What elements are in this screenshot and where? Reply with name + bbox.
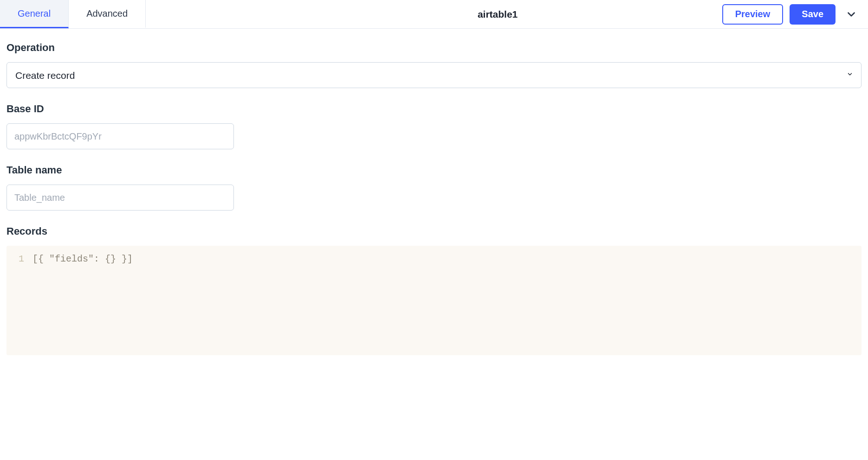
tab-general[interactable]: General: [0, 0, 69, 28]
table-name-label: Table name: [6, 164, 862, 176]
base-id-input[interactable]: [6, 123, 234, 149]
records-label: Records: [6, 225, 862, 237]
operation-label: Operation: [6, 42, 862, 54]
table-name-group: Table name: [6, 164, 862, 211]
records-group: Records 1 [{ "fields": {} }]: [6, 225, 862, 355]
tabs-container: General Advanced: [0, 0, 146, 28]
line-number: 1: [6, 252, 24, 266]
tab-advanced[interactable]: Advanced: [69, 0, 146, 28]
records-code-editor[interactable]: 1 [{ "fields": {} }]: [6, 246, 862, 355]
operation-group: Operation Create record: [6, 42, 862, 88]
spacer: [146, 0, 478, 28]
form-content: Operation Create record Base ID Table na…: [0, 29, 868, 362]
table-name-input[interactable]: [6, 185, 234, 211]
preview-button[interactable]: Preview: [722, 4, 784, 25]
operation-select[interactable]: Create record: [6, 62, 862, 88]
operation-select-wrap: Create record: [6, 62, 862, 88]
code-gutter: 1: [6, 252, 32, 349]
base-id-label: Base ID: [6, 103, 862, 115]
header-actions: Preview Save: [518, 0, 868, 28]
code-content[interactable]: [{ "fields": {} }]: [32, 252, 862, 349]
save-button[interactable]: Save: [790, 4, 836, 25]
page-title: airtable1: [478, 0, 518, 28]
chevron-down-icon: [845, 8, 857, 20]
tab-label: Advanced: [86, 8, 128, 19]
base-id-group: Base ID: [6, 103, 862, 149]
collapse-toggle[interactable]: [842, 5, 861, 24]
header-bar: General Advanced airtable1 Preview Save: [0, 0, 868, 29]
tab-label: General: [18, 8, 51, 19]
